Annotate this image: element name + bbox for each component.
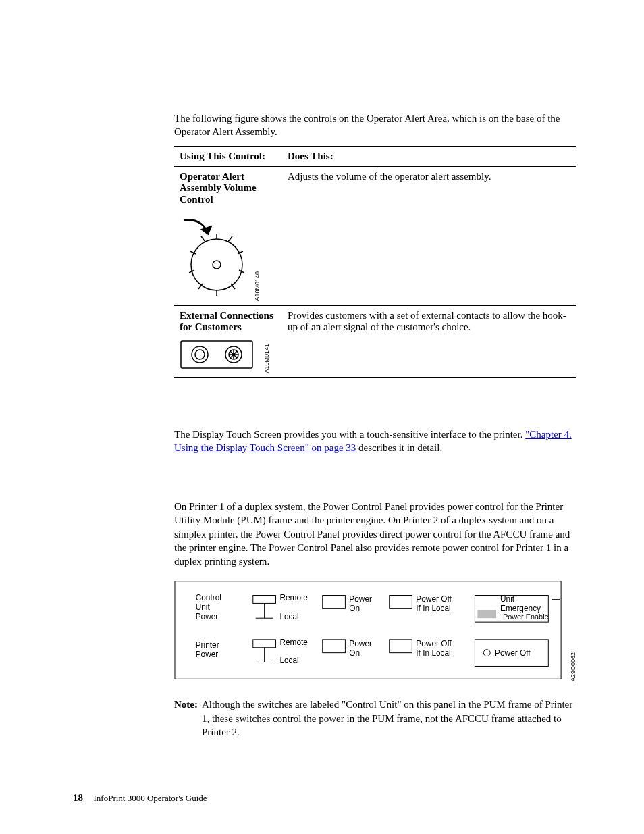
note-block: Note: Although the switches are labeled … bbox=[174, 698, 576, 739]
row-name-operator-alert-volume: Operator Alert Assembly Volume Control bbox=[180, 171, 277, 205]
th-does-this: Does This: bbox=[282, 146, 576, 166]
svg-rect-15 bbox=[323, 596, 346, 609]
power-control-paragraph: On Printer 1 of a duplex system, the Pow… bbox=[174, 500, 576, 568]
svg-rect-9 bbox=[253, 596, 276, 604]
label-power-off-1b: If In Local bbox=[416, 604, 450, 614]
svg-marker-2 bbox=[203, 227, 211, 234]
th-using-this-control: Using This Control: bbox=[174, 146, 282, 166]
note-body: Although the switches are labeled "Contr… bbox=[202, 698, 576, 739]
svg-point-1 bbox=[213, 261, 221, 269]
table-row: Operator Alert Assembly Volume Control bbox=[174, 166, 576, 305]
svg-point-4 bbox=[192, 346, 208, 363]
svg-point-22 bbox=[483, 650, 490, 656]
display-touchscreen-paragraph: The Display Touch Screen provides you wi… bbox=[174, 427, 576, 455]
label-unit: Unit bbox=[196, 603, 211, 613]
label-power-on-1b: On bbox=[349, 604, 360, 614]
label-power-on-2b: On bbox=[349, 648, 360, 658]
figure-ref-label: A10M0141 bbox=[263, 344, 270, 373]
svg-rect-17 bbox=[390, 596, 412, 609]
label-power-off-1a: Power Off bbox=[416, 595, 452, 604]
label-remote-2: Remote bbox=[279, 637, 308, 647]
row-desc-operator-alert-volume: Adjusts the volume of the operator alert… bbox=[282, 166, 576, 305]
table-row: External Connections for Customers bbox=[174, 305, 576, 377]
footer-title: InfoPrint 3000 Operator's Guide bbox=[94, 793, 207, 803]
label-power-on-2a: Power bbox=[349, 639, 372, 648]
label-local-1: Local bbox=[279, 612, 298, 621]
page-number: 18 bbox=[73, 792, 83, 803]
label-printer: Printer bbox=[196, 640, 219, 650]
svg-rect-18 bbox=[390, 640, 412, 653]
external-connections-icon bbox=[180, 340, 261, 373]
label-power-off-2a: Power Off bbox=[416, 639, 452, 648]
touchscreen-text-post: describes it in detail. bbox=[356, 442, 442, 453]
label-status-unit: Unit bbox=[500, 595, 515, 604]
label-printer-power: Power bbox=[196, 650, 219, 659]
label-power: Power bbox=[196, 612, 219, 621]
svg-point-0 bbox=[191, 239, 242, 290]
touchscreen-text-pre: The Display Touch Screen provides you wi… bbox=[174, 429, 525, 440]
figure-ref-label: A29O0062 bbox=[570, 652, 576, 681]
row-desc-external-connections: Provides customers with a set of externa… bbox=[282, 305, 576, 377]
page-footer: 18 InfoPrint 3000 Operator's Guide bbox=[73, 792, 207, 804]
label-control: Control bbox=[196, 594, 221, 603]
svg-rect-20 bbox=[477, 610, 496, 619]
note-label: Note: bbox=[174, 698, 202, 739]
controls-table: Using This Control: Does This: Operator … bbox=[174, 146, 576, 378]
svg-point-5 bbox=[195, 350, 205, 359]
label-power-on-1a: Power bbox=[349, 595, 372, 604]
divider-line: — bbox=[552, 595, 560, 604]
power-control-panel-diagram: Control Unit Power Printer Power Remote … bbox=[174, 580, 576, 681]
volume-knob-icon bbox=[180, 217, 254, 301]
page: The following figure shows the controls … bbox=[0, 0, 644, 834]
row-name-external-connections: External Connections for Customers bbox=[180, 310, 277, 333]
label-power-off-2b: If In Local bbox=[416, 648, 450, 658]
label-led-power-enable: | Power Enable bbox=[499, 613, 549, 621]
label-remote-1: Remote bbox=[279, 594, 308, 603]
figure-ref-label: A10M0140 bbox=[254, 271, 261, 301]
label-led-power-off: Power Off bbox=[495, 648, 531, 658]
label-local-2: Local bbox=[279, 656, 298, 666]
intro-paragraph: The following figure shows the controls … bbox=[174, 111, 576, 139]
svg-rect-16 bbox=[323, 640, 346, 653]
svg-rect-12 bbox=[253, 640, 276, 648]
